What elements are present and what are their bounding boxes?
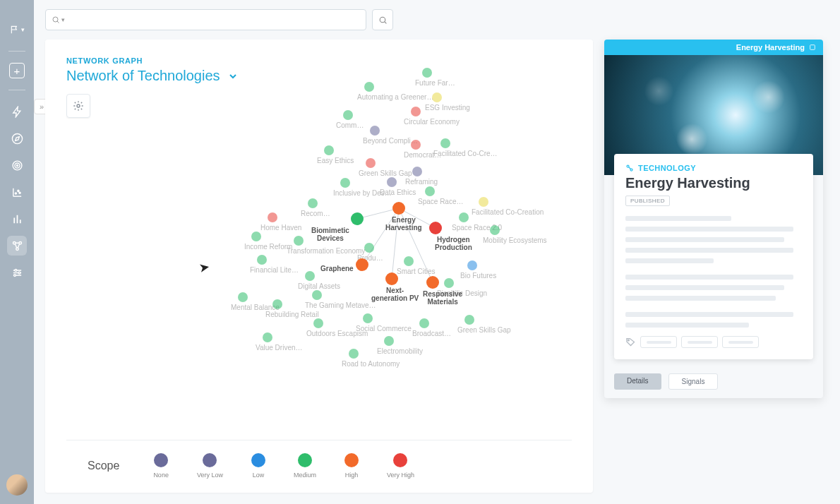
graph-node-label: Facilitated Co-Cre… [433,150,498,157]
graph-node[interactable] [467,260,477,270]
graph-node-label: Value Driven… [256,344,303,352]
tag-icon [625,337,636,347]
graph-node[interactable] [305,271,315,281]
nav-chart[interactable] [7,182,27,202]
graph-node[interactable] [387,177,397,187]
avatar[interactable] [6,474,28,496]
detail-category: TECHNOLOGY [625,164,802,172]
graph-node-label: ResponsiveMaterials [423,290,462,306]
tab-details[interactable]: Details [614,373,661,390]
search-input[interactable]: ▾ [45,9,366,30]
svg-point-5 [15,192,16,193]
graph-node[interactable] [312,290,322,300]
graph-node[interactable] [268,212,277,222]
radar-icon [11,160,23,172]
graph-node[interactable] [479,197,488,207]
lightning-icon [11,106,23,118]
graph-node[interactable] [238,292,248,302]
tag-chip[interactable] [640,336,677,348]
legend-item: Low [251,453,265,479]
sliders-icon [11,267,23,279]
graph-node[interactable] [429,222,442,234]
nav-lightning[interactable] [7,102,27,121]
graph-node[interactable] [464,315,474,325]
graph-node[interactable] [324,145,334,155]
graph-node-label: Reframing [405,178,438,186]
topbar: ▾ [34,0,840,40]
graph-node[interactable] [313,318,323,328]
graph-node[interactable] [363,313,373,323]
graph-node[interactable] [490,225,500,235]
tab-signals[interactable]: Signals [668,373,719,390]
nav-compass[interactable] [7,128,27,148]
graph-node[interactable] [366,158,376,168]
graph-node[interactable] [272,299,282,309]
graph-node[interactable] [440,138,450,148]
graph-node[interactable] [412,167,422,176]
graph-panel: NETWORK GRAPH Network of Technologies ➤ … [45,40,593,493]
search-field[interactable] [69,15,360,25]
graph-node-label: Green Skills Gap [359,169,412,177]
graph-node[interactable] [444,278,454,288]
nav-network[interactable] [7,236,27,256]
legend-item: Very High [387,453,414,479]
graph-node[interactable] [370,126,380,136]
graph-node-label: Easy Ethics [317,157,354,164]
graph-node-label: Bio Futures [460,272,496,280]
search-button[interactable] [372,9,393,30]
graph-node[interactable] [356,258,368,271]
graph-node[interactable] [308,198,318,208]
graph-node[interactable] [411,140,421,150]
svg-point-7 [18,192,20,193]
graph-node[interactable] [392,202,405,215]
graph-node[interactable] [349,349,359,359]
detail-body-placeholder [625,216,802,328]
graph-node[interactable] [294,236,304,246]
graph-node-label: HydrogenProduction [435,236,472,251]
graph-node-label: ESG Investing [425,104,470,112]
window-icon[interactable] [809,44,816,51]
detail-header: Energy Harvesting [604,40,823,55]
graph-settings-button[interactable] [66,94,90,118]
graph-node-label: Green Skills Gap [457,326,511,334]
graph-node[interactable] [459,212,469,222]
graph-node[interactable] [343,110,353,120]
graph-node[interactable] [419,318,429,328]
tag-chip[interactable] [681,336,718,348]
graph-node-label: Mobility Ecosystems [483,236,547,244]
graph-node[interactable] [257,255,267,265]
link-icon [625,164,634,172]
graph-node-label: Home Haven [260,224,301,232]
nav-bars[interactable] [7,209,27,229]
graph-node[interactable] [364,243,374,253]
tag-chip[interactable] [722,336,759,348]
graph-node[interactable] [425,186,435,196]
graph-node[interactable] [263,332,272,342]
graph-node[interactable] [251,232,261,241]
graph-node[interactable] [432,92,442,102]
graph-node[interactable] [384,336,394,346]
graph-node-label: Electromobility [377,347,423,355]
graph-node[interactable] [340,178,350,188]
graph-node[interactable] [422,68,432,78]
flag-menu[interactable]: ▾ [7,20,27,40]
graph-node[interactable] [351,212,364,225]
add-button[interactable]: + [9,63,25,78]
nav-radar[interactable] [7,155,27,175]
graph-node-label: Automating a Greener… [357,93,433,101]
svg-point-6 [17,190,18,191]
graph-node[interactable] [364,82,374,92]
graph-node-label: Road to Autonomy [342,360,400,368]
network-graph[interactable]: Future Far…Automating a Greener…ESG Inve… [186,61,525,385]
scope-label: Scope [88,460,119,472]
graph-node-label: Facilitated Co-Creation [472,208,544,216]
graph-node[interactable] [385,272,398,285]
nav-sliders[interactable] [7,263,27,282]
graph-node[interactable] [426,276,439,289]
svg-point-13 [13,274,16,276]
search-icon [378,16,388,25]
graph-node-label: Smart Cities [397,268,435,275]
graph-node[interactable] [404,256,414,266]
graph-node[interactable] [411,107,421,116]
graph-node-label: Income Reform [244,243,292,251]
